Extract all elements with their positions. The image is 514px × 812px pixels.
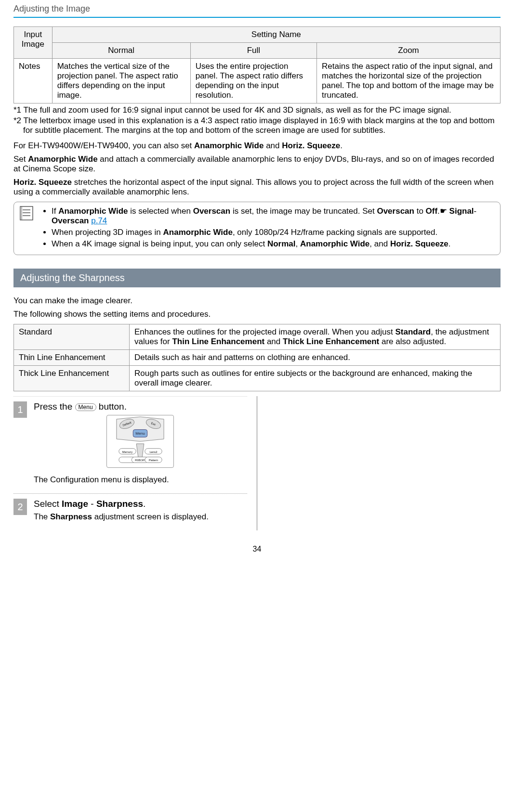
table-row: Notes Matches the vertical size of the p… <box>14 59 501 103</box>
table-row: Thick Line Enhancement Rough parts such … <box>14 366 501 391</box>
note-icon <box>20 206 34 251</box>
note-list: If Anamorphic Wide is selected when Over… <box>41 206 494 251</box>
sharp-intro-2: The following shows the setting items an… <box>13 309 501 319</box>
col-normal: Normal <box>52 43 190 59</box>
cell-full: Uses the entire projection panel. The as… <box>190 59 316 103</box>
svg-text:Lens2: Lens2 <box>150 451 158 453</box>
row-label: Notes <box>14 59 53 103</box>
step-number: 1 <box>13 401 27 418</box>
step-2-result: The Sharpness adjustment screen is displ… <box>34 512 247 522</box>
page-number: 34 <box>13 545 501 554</box>
remote-illustration: Menu Memory Lens2 RGBCMY Pattern Default <box>34 415 247 470</box>
svg-text:Pattern: Pattern <box>149 459 158 462</box>
page-title: Adjusting the Image <box>13 4 90 13</box>
table-row: Thin Line Enhancement Details such as ha… <box>14 350 501 366</box>
sharp-standard-label: Standard <box>14 324 130 350</box>
cell-normal: Matches the vertical size of the project… <box>52 59 190 103</box>
step-1-title: Press the Menu button. <box>34 401 247 412</box>
menu-button-icon: Menu <box>75 403 96 411</box>
input-image-header: Input Image <box>14 27 53 59</box>
svg-rect-0 <box>20 206 33 220</box>
step-body: Press the Menu button. Menu Memory Lens2 <box>34 401 247 485</box>
footnotes: *1 The full and zoom used for 16:9 signa… <box>13 105 501 135</box>
step-2: 2 Select Image - Sharpness. The Sharpnes… <box>13 493 247 522</box>
paragraph-3: Horiz. Squeeze stretches the horizontal … <box>13 178 501 197</box>
footnote-2: *2 The letterbox image used in this expl… <box>13 116 501 135</box>
step-1-result: The Configuration menu is displayed. <box>34 475 247 485</box>
step-2-title: Select Image - Sharpness. <box>34 499 247 509</box>
step-number: 2 <box>13 499 27 515</box>
hand-icon: ☛ <box>440 206 447 216</box>
sharp-thick-label: Thick Line Enhancement <box>14 366 130 391</box>
sharpness-table: Standard Enhances the outlines for the p… <box>13 324 501 391</box>
svg-text:Menu: Menu <box>135 431 145 436</box>
section-heading: Adjusting the Sharpness <box>13 269 501 287</box>
svg-text:Memory: Memory <box>122 451 132 453</box>
note-box: If Anamorphic Wide is selected when Over… <box>13 202 501 255</box>
aspect-ratio-table: Input Image Setting Name Normal Full Zoo… <box>13 26 501 103</box>
sharp-intro-1: You can make the image clearer. <box>13 296 501 306</box>
page-header: Adjusting the Image <box>13 0 501 18</box>
setting-name-header: Setting Name <box>52 27 500 43</box>
sharp-thin-desc: Details such as hair and patterns on clo… <box>130 350 501 366</box>
cell-zoom: Retains the aspect ratio of the input si… <box>317 59 501 103</box>
sharp-thick-desc: Rough parts such as outlines for entire … <box>130 366 501 391</box>
col-full: Full <box>190 43 316 59</box>
footnote-1: *1 The full and zoom used for 16:9 signa… <box>13 105 501 115</box>
col-zoom: Zoom <box>317 43 501 59</box>
sharp-thin-label: Thin Line Enhancement <box>14 350 130 366</box>
paragraph-2: Set Anamorphic Wide and attach a commerc… <box>13 155 501 174</box>
link-p74[interactable]: p.74 <box>91 216 107 225</box>
sharp-standard-desc: Enhances the outlines for the projected … <box>130 324 501 350</box>
steps-area: 1 Press the Menu button. Menu Memory Len… <box>13 396 501 530</box>
body-text: For EH-TW9400W/EH-TW9400, you can also s… <box>13 141 501 197</box>
sharpness-intro: You can make the image clearer. The foll… <box>13 296 501 319</box>
svg-text:RGBCMY: RGBCMY <box>135 459 146 462</box>
step-body: Select Image - Sharpness. The Sharpness … <box>34 499 247 522</box>
note-item-1: If Anamorphic Wide is selected when Over… <box>52 206 494 226</box>
step-1: 1 Press the Menu button. Menu Memory Len… <box>13 396 247 485</box>
note-item-2: When projecting 3D images in Anamorphic … <box>52 228 494 237</box>
note-item-3: When a 4K image signal is being input, y… <box>52 239 494 249</box>
table-row: Standard Enhances the outlines for the p… <box>14 324 501 350</box>
steps-column: 1 Press the Menu button. Menu Memory Len… <box>13 396 257 530</box>
paragraph-1: For EH-TW9400W/EH-TW9400, you can also s… <box>13 141 501 151</box>
